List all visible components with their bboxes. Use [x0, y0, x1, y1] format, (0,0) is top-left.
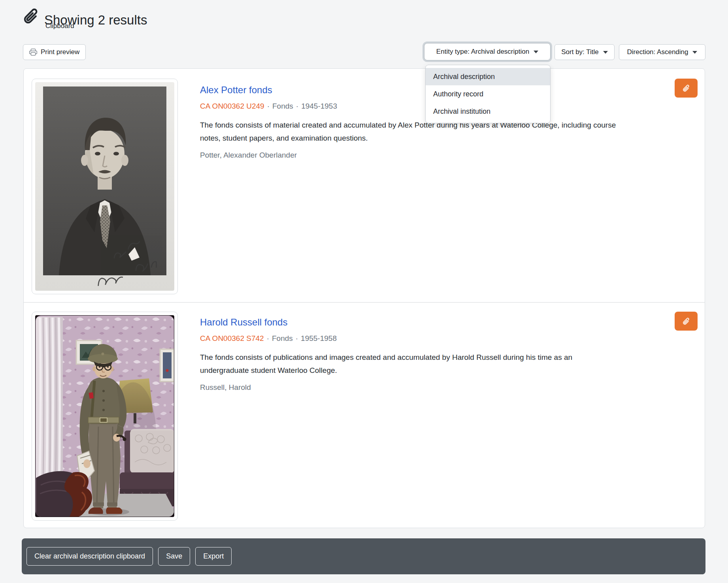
result-description: The fonds consists of material created a…: [200, 118, 619, 145]
clipboard-page: Showing 2 results Clipboard Print previe…: [0, 0, 728, 583]
clear-clipboard-button[interactable]: Clear archival description clipboard: [26, 547, 153, 566]
meta-separator: ·: [264, 334, 272, 342]
result-creator: Russell, Harold: [200, 383, 621, 392]
result-meta: CA ON00362 S742·Fonds·1955-1958: [200, 334, 621, 343]
footer-action-bar: Clear archival description clipboard Sav…: [22, 538, 705, 574]
result-item: Harold Russell fonds CA ON00362 S742·Fon…: [200, 317, 621, 392]
level-of-description: Fonds: [272, 334, 293, 342]
direction-dropdown-button[interactable]: Direction: Ascending: [619, 44, 705, 60]
meta-separator: ·: [264, 102, 272, 110]
sort-by-dropdown-button[interactable]: Sort by: Title: [554, 44, 615, 60]
entity-type-label: Entity type: Archival description: [436, 48, 529, 56]
dates: 1955-1958: [301, 334, 337, 342]
clipboard-toggle-button[interactable]: [675, 312, 698, 331]
portrait-photo: [35, 82, 174, 291]
print-preview-button[interactable]: Print preview: [23, 44, 86, 60]
sort-by-label: Sort by: Title: [561, 48, 598, 56]
print-preview-label: Print preview: [41, 48, 79, 56]
paperclip-icon: [20, 4, 43, 28]
result-creator: Potter, Alexander Oberlander: [200, 151, 621, 160]
soldier-photo: [35, 315, 174, 517]
menu-item-archival-institution[interactable]: Archival institution: [426, 103, 550, 120]
clipboard-toggle-button[interactable]: [675, 79, 698, 98]
result-item: Alex Potter fonds CA ON00362 U249·Fonds·…: [200, 85, 621, 160]
export-button[interactable]: Export: [195, 547, 232, 566]
results-panel: Alex Potter fonds CA ON00362 U249·Fonds·…: [23, 68, 705, 528]
reference-code: CA ON00362 S742: [200, 334, 264, 342]
meta-separator: ·: [293, 102, 301, 110]
direction-label: Direction: Ascending: [627, 48, 688, 56]
save-button[interactable]: Save: [158, 547, 190, 566]
result-thumbnail[interactable]: [32, 312, 178, 521]
result-description: The fonds consists of publications and i…: [200, 351, 619, 377]
page-subtitle: Clipboard: [45, 22, 74, 30]
menu-item-archival-description[interactable]: Archival description: [426, 68, 550, 85]
caret-down-icon: [692, 51, 697, 54]
caret-down-icon: [534, 51, 538, 53]
result-title-link[interactable]: Alex Potter fonds: [200, 85, 621, 96]
results-divider: [24, 302, 705, 303]
entity-type-menu: Archival description Authority record Ar…: [425, 65, 551, 123]
result-title-link[interactable]: Harold Russell fonds: [200, 317, 621, 328]
result-thumbnail[interactable]: [32, 79, 178, 294]
printer-icon: [29, 48, 37, 56]
menu-item-authority-record[interactable]: Authority record: [426, 85, 550, 103]
result-meta: CA ON00362 U249·Fonds·1945-1953: [200, 102, 621, 111]
reference-code: CA ON00362 U249: [200, 102, 264, 110]
entity-type-dropdown-button[interactable]: Entity type: Archival description: [424, 43, 551, 60]
meta-separator: ·: [293, 334, 301, 342]
dates: 1945-1953: [301, 102, 337, 110]
caret-down-icon: [603, 51, 608, 54]
paperclip-icon: [681, 83, 692, 94]
paperclip-icon: [681, 316, 692, 327]
level-of-description: Fonds: [272, 102, 293, 110]
